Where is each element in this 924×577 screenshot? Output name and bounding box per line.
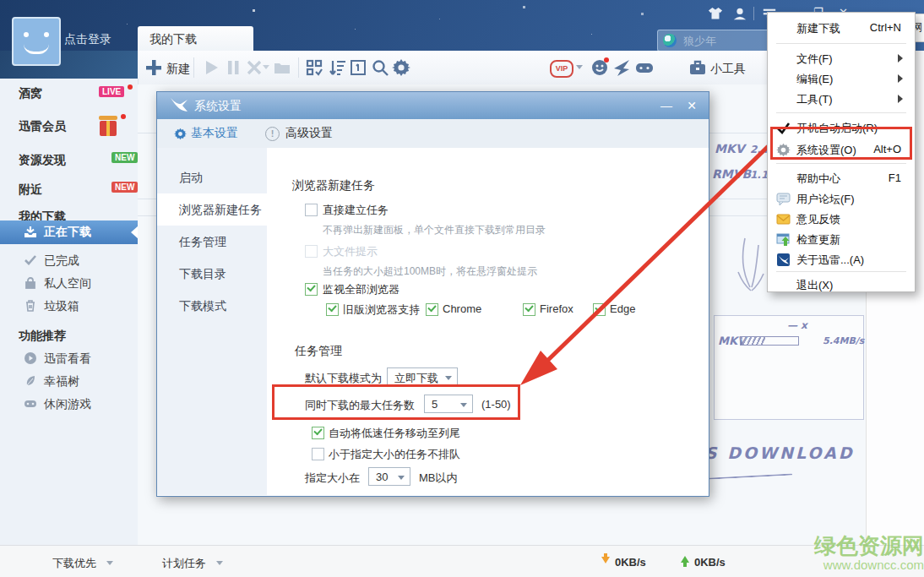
dropdown-size-limit[interactable]: 30 xyxy=(368,467,410,486)
live-red-dot xyxy=(128,84,133,90)
tab-basic-settings[interactable]: 基本设置 xyxy=(191,126,238,141)
sidebar-item-member[interactable]: 迅雷会员 xyxy=(0,116,138,138)
sketch-speed: 5.4MB/s xyxy=(823,335,864,346)
checkbox-no-queue[interactable] xyxy=(312,448,324,460)
live-badge: LIVE xyxy=(99,86,124,97)
sidebar-item-private-space[interactable]: 私人空间 xyxy=(0,273,138,295)
dropdown-caret xyxy=(445,376,452,380)
menu-item-feedback[interactable]: 意见反馈 xyxy=(769,209,911,229)
label-max-tasks: 同时下载的最大任务数 xyxy=(305,398,415,413)
menu-item-forum[interactable]: 用户论坛(F) xyxy=(769,188,911,209)
up-speed-value: 0KB/s xyxy=(694,556,726,569)
nav-task-manage[interactable]: 任务管理 xyxy=(157,226,267,258)
sidebar-item-discover[interactable]: 资源发现 NEW xyxy=(0,150,138,171)
menu-separator xyxy=(776,112,906,113)
accelerate-icon[interactable] xyxy=(612,58,631,77)
nav-download-dir[interactable]: 下载目录 xyxy=(157,258,267,290)
menu-item-edit[interactable]: 编辑(E) xyxy=(769,68,911,89)
number-limit-icon[interactable] xyxy=(349,58,367,77)
sidebar-item-casual-games[interactable]: 休闲游戏 xyxy=(0,394,138,416)
menu-item-autostart[interactable]: 开机自动启动(R) xyxy=(769,117,911,138)
search-placeholder: 狼少年 xyxy=(683,34,716,49)
menu-item-check-update[interactable]: 检查更新 xyxy=(769,229,911,249)
new-task-icon[interactable] xyxy=(144,58,163,77)
checkbox-firefox[interactable] xyxy=(523,303,535,316)
tab-my-downloads[interactable]: 我的下载 xyxy=(138,26,253,51)
section-title-browser: 浏览器新建任务 xyxy=(292,178,375,193)
toolbox-button[interactable]: 小工具 xyxy=(710,62,746,77)
menu-item-file[interactable]: 文件(F) xyxy=(769,48,911,68)
sketch-row-name: MKV xyxy=(715,142,745,155)
checkbox-edge[interactable] xyxy=(593,303,606,316)
checkbox-direct-task[interactable] xyxy=(305,204,318,216)
vip-dropdown-caret[interactable] xyxy=(576,65,583,69)
game-icon[interactable] xyxy=(635,58,654,77)
checkbox-legacy-browser[interactable] xyxy=(326,303,339,316)
avatar-eye xyxy=(44,32,49,37)
down-speed-value: 0KB/s xyxy=(615,556,646,569)
sort-icon[interactable] xyxy=(329,58,347,77)
dropdown-default-mode[interactable]: 立即下载 xyxy=(387,367,458,386)
dialog-close-button[interactable]: ✕ xyxy=(683,99,700,112)
view-grid-icon[interactable] xyxy=(305,58,323,77)
dialog-minimize-button[interactable]: — xyxy=(658,99,675,112)
dropdown-caret xyxy=(398,476,405,480)
toolbox-icon[interactable] xyxy=(688,58,707,77)
scheduled-tasks-caret[interactable] xyxy=(216,561,223,565)
menu-item-about[interactable]: 关于迅雷...(A) xyxy=(769,249,911,269)
download-priority-button[interactable]: 下载优先 xyxy=(52,556,96,571)
scheduled-tasks-button[interactable]: 计划任务 xyxy=(162,556,206,571)
new-badge-red: NEW xyxy=(111,182,138,193)
checkbox-big-file[interactable] xyxy=(305,245,318,258)
basic-settings-gear-icon xyxy=(174,128,187,140)
sidebar-item-happy-tree[interactable]: 幸福树 xyxy=(0,371,138,393)
menu-item-tools[interactable]: 工具(T) xyxy=(769,89,911,109)
sidebar-item-trash[interactable]: 垃圾箱 xyxy=(0,296,138,318)
settings-gear-icon[interactable] xyxy=(392,58,410,77)
sidebar-item-jiuwo[interactable]: 酒窝 LIVE xyxy=(0,83,138,105)
search-logo-icon xyxy=(663,34,677,47)
menu-item-system-settings[interactable]: 系统设置(O) Alt+O xyxy=(769,139,911,160)
sidebar-item-nearby[interactable]: 附近 NEW xyxy=(0,179,138,201)
menu-item-exit[interactable]: 退出(X) xyxy=(769,275,911,295)
titlebar-stars-decoration xyxy=(0,0,1,1)
new-task-button[interactable]: 新建 xyxy=(166,62,190,77)
download-priority-caret[interactable] xyxy=(106,561,113,565)
checkbox-monitor-all[interactable] xyxy=(305,283,318,296)
sidebar-item-downloading[interactable]: 正在下载 xyxy=(0,220,138,244)
login-link[interactable]: 点击登录 xyxy=(64,32,111,47)
main-menu-popup: 新建下载 Ctrl+N 文件(F) 编辑(E) 工具(T) 开机自动启动(R) … xyxy=(767,12,916,292)
pause-icon[interactable] xyxy=(224,58,242,77)
vip-icon[interactable]: VIP xyxy=(550,60,573,78)
nav-browser-task[interactable]: 浏览器新建任务 xyxy=(157,193,267,226)
delete-dropdown-caret[interactable] xyxy=(263,65,269,69)
label-legacy-browser: 旧版浏览器支持 xyxy=(343,302,420,318)
avatar[interactable] xyxy=(12,17,61,66)
nav-download-mode[interactable]: 下载模式 xyxy=(157,290,267,322)
skin-icon[interactable] xyxy=(708,7,723,20)
sketch-close: x xyxy=(801,319,807,331)
open-folder-icon[interactable] xyxy=(273,58,291,77)
menu-separator xyxy=(776,43,906,44)
desc-big-file: 当任务的大小超过100MB时，将在悬浮窗处提示 xyxy=(323,264,537,279)
sidebar-item-finished[interactable]: 已完成 xyxy=(0,250,138,272)
statusbar: 下载优先 计划任务 0KB/s 0KB/s xyxy=(0,545,924,577)
feedback-envelope-icon xyxy=(776,212,791,226)
checkbox-chrome[interactable] xyxy=(426,303,438,316)
start-icon[interactable] xyxy=(202,58,220,77)
search-tasks-icon[interactable] xyxy=(371,58,389,77)
dropdown-max-tasks[interactable]: 5 xyxy=(424,395,473,413)
nav-startup[interactable]: 启动 xyxy=(157,161,267,193)
submenu-arrow-icon xyxy=(898,95,903,103)
user-icon[interactable] xyxy=(732,7,747,20)
menu-item-help-center[interactable]: 帮助中心 F1 xyxy=(769,168,911,188)
sidebar-item-kankan[interactable]: 迅雷看看 xyxy=(0,348,138,370)
delete-icon[interactable] xyxy=(245,58,264,77)
advanced-settings-info-icon: ! xyxy=(265,127,280,141)
checkbox-auto-move[interactable] xyxy=(312,427,324,439)
gear-icon xyxy=(776,143,791,157)
menu-item-new-download[interactable]: 新建下载 Ctrl+N xyxy=(769,18,911,38)
down-speed-icon xyxy=(601,557,610,563)
downloading-icon xyxy=(24,226,37,239)
tab-advanced-settings[interactable]: 高级设置 xyxy=(285,126,333,141)
